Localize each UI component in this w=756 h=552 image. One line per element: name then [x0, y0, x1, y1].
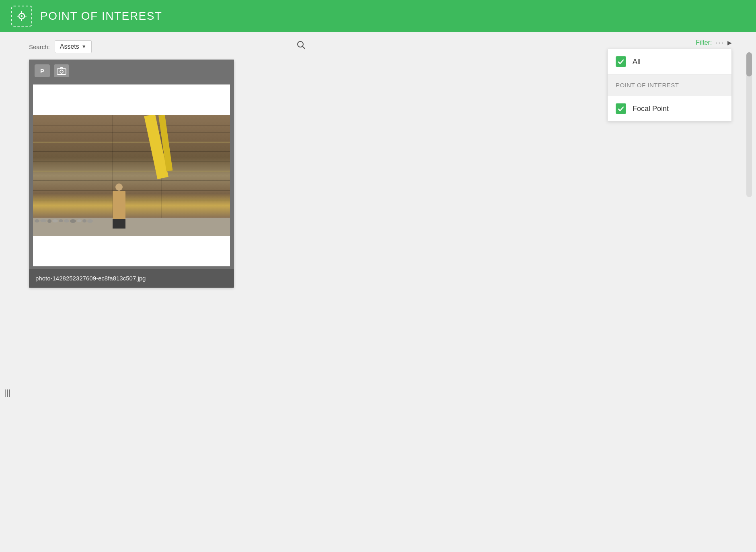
stone-base [33, 218, 230, 236]
photo-background [33, 115, 230, 236]
scrollbar-thumb[interactable] [746, 52, 752, 76]
filter-item-focal[interactable]: Focal Point [608, 96, 731, 121]
image-bottom-white-bar [33, 236, 230, 266]
asset-card-footer: photo-1428252327609-ec8fa813c507.jpg [29, 269, 234, 288]
svg-point-1 [21, 15, 23, 17]
filter-all-checkbox[interactable] [616, 56, 626, 67]
svg-point-9 [60, 70, 63, 73]
filter-label: Filter: [696, 39, 712, 46]
asset-image-container [29, 82, 234, 269]
scrollbar-track [746, 52, 752, 197]
svg-line-7 [302, 46, 305, 49]
asset-photo [33, 115, 230, 236]
search-input[interactable] [97, 43, 294, 49]
filter-dropdown-menu: All POINT OF INTEREST Focal Point [607, 49, 732, 122]
filter-label-row: Filter: ··· ▶ [587, 38, 756, 49]
filter-focal-label: Focal Point [633, 105, 669, 113]
person-head [115, 183, 123, 191]
app-logo-icon [11, 6, 32, 27]
filter-all-label: All [633, 58, 641, 66]
sidebar-handle[interactable]: ||| [0, 32, 14, 552]
main-content: ||| Search: Assets ▼ [0, 32, 756, 552]
filter-item-all[interactable]: All [608, 49, 731, 74]
person-body [113, 191, 125, 219]
toolbar-p-button[interactable]: P [35, 64, 50, 77]
person-figure [108, 183, 130, 228]
filter-poi-label: POINT OF INTEREST [616, 82, 679, 89]
filter-item-poi[interactable]: POINT OF INTEREST [608, 74, 731, 96]
asset-filename: photo-1428252327609-ec8fa813c507.jpg [35, 275, 146, 282]
filter-panel: Filter: ··· ▶ All POINT OF INTEREST [587, 32, 756, 127]
app-title: POINT OF INTEREST [40, 10, 162, 23]
asset-card: P [29, 60, 234, 288]
app-header: POINT OF INTEREST [0, 0, 756, 32]
search-input-wrapper [97, 41, 306, 53]
filter-focal-checkbox[interactable] [616, 103, 626, 114]
toolbar-p-icon: P [40, 68, 44, 74]
search-icon[interactable] [297, 41, 306, 51]
filter-options-icon[interactable]: ··· [715, 38, 724, 47]
search-label: Search: [29, 43, 50, 50]
person-legs [113, 219, 125, 229]
toolbar-camera-button[interactable] [54, 64, 69, 77]
image-top-white-bar [33, 84, 230, 115]
filter-arrow-icon[interactable]: ▶ [727, 39, 732, 46]
asset-card-toolbar: P [29, 60, 234, 82]
search-type-dropdown[interactable]: Assets ▼ [55, 40, 92, 53]
dropdown-arrow-icon: ▼ [82, 44, 86, 49]
search-type-value: Assets [60, 43, 79, 50]
